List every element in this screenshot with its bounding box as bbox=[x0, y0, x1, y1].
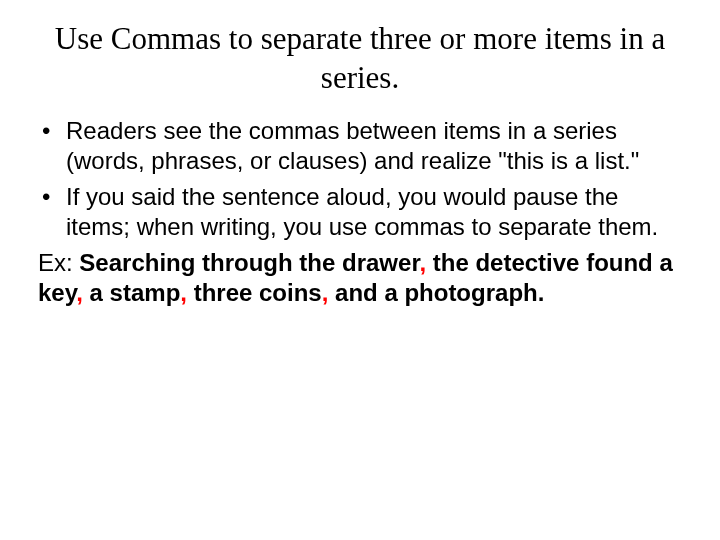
red-comma: , bbox=[76, 279, 83, 306]
example-fragment: three coins bbox=[187, 279, 322, 306]
example-line: Ex: Searching through the drawer, the de… bbox=[38, 248, 682, 308]
example-fragment: Searching through the drawer bbox=[79, 249, 419, 276]
example-text: Searching through the drawer, the detect… bbox=[38, 249, 673, 306]
example-fragment: and a photograph. bbox=[328, 279, 544, 306]
example-label: Ex: bbox=[38, 249, 79, 276]
bullet-list: Readers see the commas between items in … bbox=[38, 116, 682, 242]
list-item: Readers see the commas between items in … bbox=[38, 116, 682, 176]
list-item: If you said the sentence aloud, you woul… bbox=[38, 182, 682, 242]
example-fragment: a stamp bbox=[83, 279, 180, 306]
slide-title: Use Commas to separate three or more ite… bbox=[38, 20, 682, 98]
red-comma: , bbox=[180, 279, 187, 306]
slide-content: Readers see the commas between items in … bbox=[38, 116, 682, 308]
